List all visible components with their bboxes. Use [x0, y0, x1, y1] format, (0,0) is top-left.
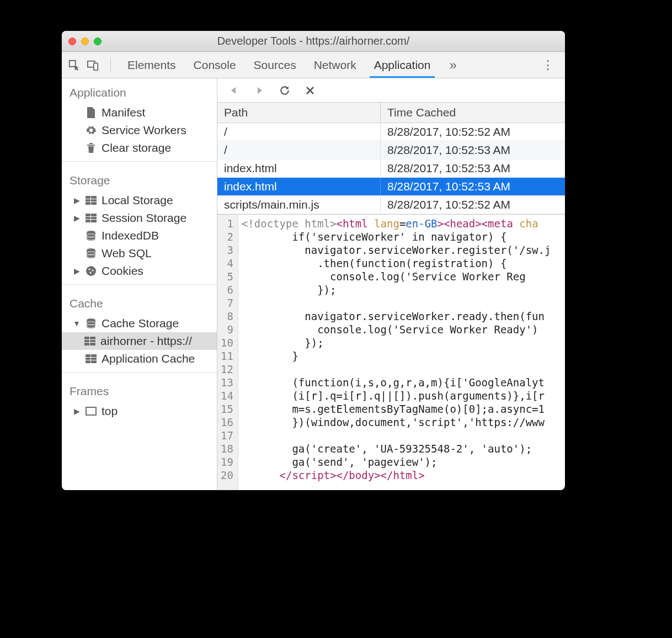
panel-tabs: Elements Console Sources Network Applica… — [62, 52, 565, 78]
overflow-tabs-icon[interactable]: » — [444, 57, 462, 73]
source-viewer: 1234567891011121314151617181920 <!doctyp… — [217, 215, 565, 490]
frame-icon — [85, 405, 97, 417]
sidebar-item-cache-storage[interactable]: ▼ Cache Storage — [62, 315, 217, 332]
table-row[interactable]: scripts/main.min.js8/28/2017, 10:52:52 A… — [217, 196, 565, 214]
svg-point-20 — [87, 318, 95, 322]
column-path[interactable]: Path — [217, 103, 381, 123]
delete-icon[interactable] — [303, 84, 317, 97]
content-split: Application Manifest Service Workers Cle… — [62, 78, 565, 490]
sidebar: Application Manifest Service Workers Cle… — [62, 78, 217, 490]
svg-point-19 — [90, 272, 92, 274]
sidebar-item-cache-entry[interactable]: airhorner - https:// — [62, 332, 217, 350]
sidebar-item-label: Local Storage — [102, 194, 173, 207]
svg-point-10 — [87, 231, 95, 234]
minimize-button[interactable] — [81, 38, 89, 45]
chevron-right-icon[interactable]: ▶ — [73, 267, 81, 275]
section-cache: Cache — [62, 289, 217, 315]
cell-time: 8/28/2017, 10:52:53 AM — [381, 160, 565, 177]
settings-menu-icon[interactable]: ⋮ — [536, 58, 559, 72]
sidebar-item-clear-storage[interactable]: Clear storage — [62, 139, 217, 157]
chevron-right-icon[interactable]: ▶ — [73, 407, 81, 416]
table-row[interactable]: index.html8/28/2017, 10:52:53 AM — [217, 178, 565, 196]
db-icon — [85, 317, 97, 329]
chevron-right-icon[interactable]: ▶ — [73, 196, 81, 205]
tab-console[interactable]: Console — [185, 53, 245, 77]
sidebar-item-session-storage[interactable]: ▶ Session Storage — [62, 209, 217, 227]
panel-tab-list: Elements Console Sources Network Applica… — [119, 53, 439, 77]
inspect-controls — [67, 59, 99, 72]
table-body: /8/28/2017, 10:52:52 AM/8/28/2017, 10:52… — [217, 123, 565, 214]
tab-elements[interactable]: Elements — [119, 53, 185, 77]
sidebar-item-label: Session Storage — [102, 211, 186, 225]
svg-rect-9 — [90, 214, 91, 222]
svg-rect-26 — [89, 337, 90, 345]
cell-time: 8/28/2017, 10:52:52 AM — [381, 123, 565, 141]
devtools-window: Developer Tools - https://airhorner.com/… — [62, 31, 565, 490]
separator — [62, 161, 217, 162]
cell-path: / — [217, 123, 381, 141]
separator — [62, 372, 217, 373]
section-application: Application — [62, 78, 217, 104]
cell-time: 8/28/2017, 10:52:53 AM — [381, 178, 565, 195]
chevron-down-icon[interactable]: ▼ — [73, 319, 81, 328]
sidebar-item-label: Clear storage — [102, 141, 171, 155]
tab-network[interactable]: Network — [305, 53, 365, 77]
tab-application[interactable]: Application — [365, 53, 440, 77]
chevron-right-icon[interactable]: ▶ — [73, 214, 81, 222]
gear-icon — [85, 124, 97, 136]
sidebar-item-label: Cache Storage — [102, 317, 179, 330]
sidebar-item-application-cache[interactable]: Application Cache — [62, 350, 217, 368]
cache-table: Path Time Cached /8/28/2017, 10:52:52 AM… — [217, 103, 565, 215]
svg-rect-1 — [94, 63, 98, 70]
db-icon — [85, 230, 97, 242]
code-content[interactable]: <!doctype html><html lang=en-GB><head><m… — [238, 215, 565, 490]
line-gutter: 1234567891011121314151617181920 — [217, 215, 238, 490]
cell-time: 8/28/2017, 10:52:53 AM — [381, 141, 565, 159]
sidebar-item-indexeddb[interactable]: IndexedDB — [62, 227, 217, 244]
grid-icon — [85, 212, 97, 224]
sidebar-item-label: airhorner - https:// — [100, 334, 192, 348]
svg-point-18 — [92, 270, 94, 272]
grid-icon — [85, 194, 97, 206]
svg-point-16 — [86, 266, 96, 276]
sidebar-item-label: Cookies — [102, 264, 143, 278]
sidebar-item-top-frame[interactable]: ▶ top — [62, 402, 217, 420]
refresh-icon[interactable] — [278, 84, 291, 97]
titlebar: Developer Tools - https://airhorner.com/ — [62, 31, 565, 52]
sidebar-item-label: IndexedDB — [102, 229, 159, 242]
sidebar-item-websql[interactable]: Web SQL — [62, 244, 217, 262]
sidebar-item-label: Service Workers — [102, 124, 186, 137]
file-icon — [85, 107, 97, 119]
zoom-button[interactable] — [94, 38, 102, 45]
device-toggle-icon[interactable] — [86, 59, 99, 72]
table-row[interactable]: /8/28/2017, 10:52:53 AM — [217, 141, 565, 160]
column-time-cached[interactable]: Time Cached — [381, 103, 565, 123]
svg-rect-5 — [90, 196, 91, 205]
table-row[interactable]: /8/28/2017, 10:52:52 AM — [217, 123, 565, 141]
nav-forward-icon[interactable] — [253, 84, 266, 97]
section-frames: Frames — [62, 377, 217, 402]
sidebar-item-label: top — [102, 405, 118, 418]
tab-sources[interactable]: Sources — [245, 53, 305, 77]
sidebar-item-label: Web SQL — [102, 247, 152, 260]
window-title: Developer Tools - https://airhorner.com/ — [62, 35, 565, 47]
cache-toolbar — [217, 78, 565, 103]
inspect-element-icon[interactable] — [67, 59, 81, 72]
sidebar-item-manifest[interactable]: Manifest — [62, 104, 217, 121]
sidebar-item-label: Manifest — [102, 106, 145, 119]
section-storage: Storage — [62, 166, 217, 192]
trash-icon — [85, 142, 97, 154]
nav-back-icon[interactable] — [227, 84, 241, 97]
grid-icon — [85, 353, 97, 365]
cell-path: scripts/main.min.js — [217, 196, 381, 214]
table-row[interactable]: index.html8/28/2017, 10:52:53 AM — [217, 160, 565, 178]
separator — [62, 284, 217, 285]
sidebar-item-cookies[interactable]: ▶ Cookies — [62, 262, 217, 280]
cookie-icon — [85, 265, 97, 277]
svg-rect-30 — [90, 354, 91, 363]
close-button[interactable] — [68, 38, 76, 45]
sidebar-item-service-workers[interactable]: Service Workers — [62, 121, 217, 139]
sidebar-item-label: Application Cache — [102, 352, 195, 365]
sidebar-item-local-storage[interactable]: ▶ Local Storage — [62, 192, 217, 209]
svg-rect-31 — [86, 407, 96, 415]
